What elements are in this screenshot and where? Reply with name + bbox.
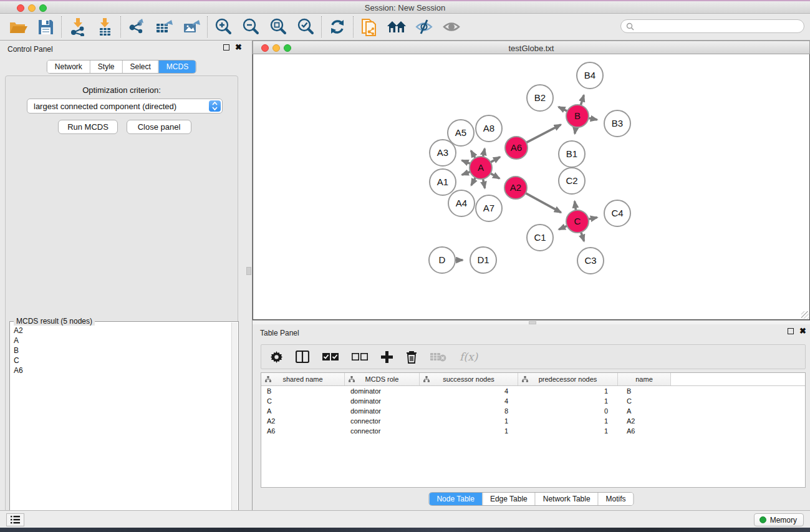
window-resize-grip[interactable] (801, 311, 809, 319)
mcds-result-scrollbar[interactable] (231, 322, 238, 532)
node-attribute-table[interactable]: shared nameMCDS rolesuccessor nodesprede… (261, 372, 806, 488)
table-toolbar: f(x) (261, 344, 806, 369)
horizontal-splitter[interactable] (253, 320, 810, 324)
splitter-handle[interactable] (246, 267, 251, 275)
table-cell[interactable]: A (261, 407, 345, 415)
delete-columns-trash-icon[interactable] (406, 351, 417, 364)
zoom-out-icon[interactable] (240, 16, 261, 37)
import-table-icon[interactable] (94, 16, 115, 37)
select-all-columns-icon[interactable] (322, 353, 339, 361)
node-label-A3: A3 (437, 147, 448, 158)
criterion-dropdown[interactable]: largest connected component (directed) (27, 99, 223, 114)
table-cell[interactable]: 1 (518, 387, 618, 395)
memory-status-button[interactable]: Memory (754, 513, 804, 526)
close-panel-icon[interactable]: ✖ (235, 44, 242, 51)
import-network-icon[interactable] (67, 16, 88, 37)
node-label-A2: A2 (510, 182, 521, 193)
mcds-result-item[interactable]: A2 (11, 326, 231, 336)
table-cell[interactable]: 4 (420, 387, 518, 395)
show-columns-icon[interactable] (296, 351, 309, 363)
zoom-selected-icon[interactable] (295, 16, 316, 37)
network-graph[interactable]: AA1A2A3A4A5A6A7A8BB1B2B3B4CC1C2C3C4DD1 (253, 54, 809, 319)
tab-mcds[interactable]: MCDS (158, 60, 196, 73)
tab-motifs[interactable]: Motifs (598, 493, 634, 505)
mcds-result-item[interactable]: B (11, 346, 231, 355)
vertical-splitter[interactable] (243, 41, 253, 510)
home-automatic-layout-icon[interactable] (386, 16, 407, 37)
search-field[interactable] (620, 19, 804, 33)
table-row[interactable]: Bdominator41B (261, 386, 805, 396)
table-options-gear-icon[interactable] (271, 351, 282, 363)
table-cell[interactable]: dominator (345, 387, 420, 395)
tab-style[interactable]: Style (90, 60, 122, 73)
tab-network[interactable]: Network (47, 60, 90, 73)
table-cell[interactable]: C (261, 397, 345, 405)
table-cell[interactable]: connector (345, 427, 420, 435)
tab-node-table[interactable]: Node Table (429, 493, 482, 505)
network-from-file-icon[interactable] (359, 16, 380, 37)
export-network-icon[interactable] (126, 16, 147, 37)
table-cell[interactable]: A6 (618, 427, 671, 435)
table-row[interactable]: Cdominator41C (261, 396, 805, 406)
create-column-icon[interactable] (381, 351, 393, 363)
zoom-in-icon[interactable] (213, 16, 234, 37)
column-type-icon (423, 376, 430, 384)
table-cell[interactable]: 4 (420, 397, 518, 405)
column-header-shared-name[interactable]: shared name (261, 373, 345, 385)
table-cell[interactable]: B (618, 387, 671, 395)
hide-panels-eye-slash-icon[interactable] (413, 16, 435, 37)
tab-select[interactable]: Select (122, 60, 158, 73)
table-cell[interactable]: 1 (420, 417, 518, 425)
float-panel-icon[interactable] (788, 328, 794, 334)
open-file-icon[interactable] (7, 16, 29, 37)
table-row[interactable]: Adominator80A (261, 406, 805, 416)
table-panel-title: Table Panel (260, 329, 299, 337)
table-row[interactable]: A6connector11A6 (261, 426, 805, 436)
table-cell[interactable]: 0 (518, 407, 618, 415)
mcds-result-list[interactable]: A2ABCA6 (11, 326, 231, 532)
mcds-result-item[interactable]: C (11, 355, 231, 365)
show-task-history-button[interactable] (6, 513, 24, 526)
mcds-result-title: MCDS result (5 nodes) (14, 317, 95, 326)
table-cell[interactable]: 8 (420, 407, 518, 415)
column-header-successor-nodes[interactable]: successor nodes (420, 373, 518, 385)
table-cell[interactable]: dominator (345, 397, 420, 405)
table-cell[interactable]: 1 (420, 427, 518, 435)
column-header-predecessor-nodes[interactable]: predecessor nodes (518, 373, 618, 385)
export-image-icon[interactable] (181, 16, 202, 37)
node-label-B1: B1 (566, 148, 577, 159)
table-row[interactable]: A2connector11A2 (261, 416, 805, 426)
column-header-name[interactable]: name (618, 373, 671, 385)
network-window-titlebar[interactable]: testGlobe.txt (253, 41, 810, 54)
run-mcds-button[interactable]: Run MCDS (58, 120, 118, 134)
table-cell[interactable]: A2 (261, 417, 345, 425)
refresh-network-view-icon[interactable] (327, 16, 348, 37)
network-canvas[interactable]: AA1A2A3A4A5A6A7A8BB1B2B3B4CC1C2C3C4DD1 (253, 54, 810, 320)
table-cell[interactable]: dominator (345, 407, 420, 415)
zoom-fit-icon[interactable] (268, 16, 289, 37)
search-input[interactable] (637, 22, 799, 31)
float-panel-icon[interactable] (223, 44, 229, 51)
table-cell[interactable]: C (618, 397, 671, 405)
tab-edge-table[interactable]: Edge Table (482, 493, 535, 505)
mcds-result-item[interactable]: A (11, 336, 231, 346)
show-panels-eye-icon[interactable] (441, 16, 462, 37)
close-panel-button[interactable]: Close panel (127, 120, 191, 134)
close-panel-icon[interactable]: ✖ (799, 328, 806, 334)
column-header-MCDS-role[interactable]: MCDS role (345, 373, 420, 385)
table-cell[interactable]: A2 (618, 417, 671, 425)
save-session-icon[interactable] (35, 16, 56, 37)
table-cell[interactable]: 1 (518, 397, 618, 405)
table-cell[interactable]: A6 (261, 427, 345, 435)
table-cell[interactable]: connector (345, 417, 420, 425)
edge-A6-B[interactable] (525, 125, 561, 143)
table-cell[interactable]: A (618, 407, 671, 415)
unselect-all-columns-icon[interactable] (352, 353, 368, 361)
mcds-result-item[interactable]: A6 (11, 365, 231, 375)
edge-A2-C[interactable] (524, 193, 561, 213)
table-cell[interactable]: 1 (518, 427, 618, 435)
table-cell[interactable]: 1 (518, 417, 618, 425)
tab-network-table[interactable]: Network Table (535, 493, 598, 505)
export-table-icon[interactable] (153, 16, 175, 37)
table-cell[interactable]: B (261, 387, 345, 395)
